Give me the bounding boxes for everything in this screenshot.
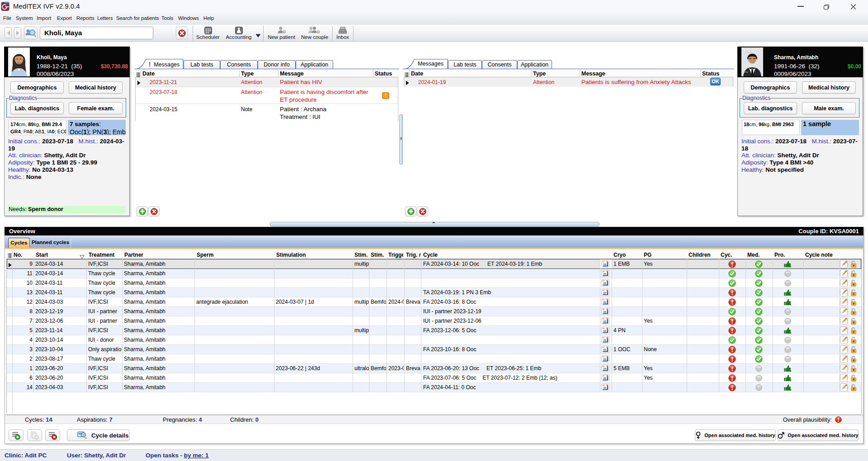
svg-text:Stock: Stock bbox=[745, 51, 752, 53]
svg-text:Sha: Sha bbox=[743, 71, 748, 73]
